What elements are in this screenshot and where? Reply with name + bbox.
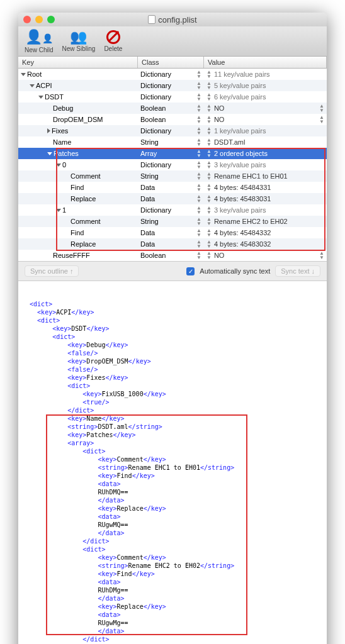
class-stepper-icon[interactable]: ▲▼ <box>196 92 201 101</box>
class-stepper-icon[interactable]: ▲▼ <box>196 81 201 90</box>
row-key: DropOEM_DSM <box>53 116 103 123</box>
class-stepper-icon[interactable]: ▲▼ <box>196 228 201 237</box>
row-key: Find <box>71 184 84 191</box>
row-value: DSDT.aml <box>214 138 246 146</box>
table-row[interactable]: DSDTDictionary▲▼▲▼6 key/value pairs <box>18 91 327 103</box>
value-stepper-icon[interactable]: ▲▼ <box>206 149 212 158</box>
class-stepper-icon[interactable]: ▲▼ <box>196 240 201 248</box>
value-stepper-icon[interactable]: ▲▼ <box>206 160 212 169</box>
class-stepper-icon[interactable]: ▲▼ <box>196 251 201 260</box>
row-class: Boolean <box>140 252 166 259</box>
table-row[interactable]: ACPIDictionary▲▼▲▼5 key/value pairs <box>18 80 327 91</box>
row-value: 4 bytes: 45483031 <box>214 195 271 203</box>
row-value: 4 bytes: 45484331 <box>214 184 271 191</box>
disclosure-triangle-icon[interactable] <box>56 209 61 212</box>
row-class: Dictionary <box>140 127 171 135</box>
value-stepper-icon[interactable]: ▲▼ <box>206 104 212 113</box>
class-stepper-icon[interactable]: ▲▼ <box>196 70 201 79</box>
class-stepper-icon[interactable]: ▲▼ <box>196 149 201 158</box>
value-stepper-icon[interactable]: ▲▼ <box>206 206 212 214</box>
class-stepper-icon[interactable]: ▲▼ <box>196 160 201 169</box>
disclosure-triangle-icon[interactable] <box>47 152 52 155</box>
row-key: Debug <box>53 104 73 112</box>
table-row[interactable]: ReplaceData▲▼▲▼4 bytes: 45483032 <box>18 238 327 250</box>
toolbar: 👤👤 New Child 👥 New Sibling Delete <box>18 26 327 57</box>
table-row[interactable]: ReuseFFFFBoolean▲▼▲▼NO▲▼ <box>18 250 327 261</box>
sync-outline-button[interactable]: Sync outline ↑ <box>25 265 79 277</box>
row-class: Dictionary <box>140 93 171 101</box>
table-row[interactable]: FindData▲▼▲▼4 bytes: 45484331 <box>18 182 327 193</box>
value-end-stepper-icon[interactable]: ▲▼ <box>319 115 324 124</box>
value-stepper-icon[interactable]: ▲▼ <box>206 138 212 147</box>
value-stepper-icon[interactable]: ▲▼ <box>206 217 212 226</box>
table-row[interactable]: ReplaceData▲▼▲▼4 bytes: 45483031 <box>18 193 327 204</box>
sync-bar: Sync outline ↑ ✓ Automatically sync text… <box>18 261 327 281</box>
delete-button[interactable]: Delete <box>104 30 122 53</box>
table-row[interactable]: 0Dictionary▲▼▲▼3 key/value pairs <box>18 159 327 170</box>
table-row[interactable]: NameString▲▼▲▼DSDT.aml <box>18 136 327 148</box>
row-value: 11 key/value pairs <box>214 70 270 78</box>
outline-tree[interactable]: RootDictionary▲▼▲▼11 key/value pairsACPI… <box>18 69 327 261</box>
new-sibling-button[interactable]: 👥 New Sibling <box>62 30 96 53</box>
header-class[interactable]: Class <box>138 57 204 68</box>
table-row[interactable]: FindData▲▼▲▼4 bytes: 45484332 <box>18 227 327 238</box>
column-headers: Key Class Value <box>18 57 327 69</box>
disclosure-triangle-icon[interactable] <box>21 73 26 76</box>
table-row[interactable]: FixesDictionary▲▼▲▼1 key/value pairs <box>18 125 327 136</box>
row-key: Comment <box>71 172 101 180</box>
row-value: NO <box>214 116 225 123</box>
auto-sync-checkbox[interactable]: ✓ <box>186 267 195 275</box>
class-stepper-icon[interactable]: ▲▼ <box>196 104 201 113</box>
window: config.plist 👤👤 New Child 👥 New Sibling … <box>18 13 327 644</box>
class-stepper-icon[interactable]: ▲▼ <box>196 206 201 214</box>
table-row[interactable]: 1Dictionary▲▼▲▼3 key/value pairs <box>18 204 327 216</box>
disclosure-triangle-icon[interactable] <box>38 96 43 99</box>
class-stepper-icon[interactable]: ▲▼ <box>196 217 201 226</box>
row-class: Dictionary <box>140 206 171 214</box>
disclosure-triangle-icon[interactable] <box>30 84 35 87</box>
class-stepper-icon[interactable]: ▲▼ <box>196 126 201 135</box>
class-stepper-icon[interactable]: ▲▼ <box>196 172 201 180</box>
value-stepper-icon[interactable]: ▲▼ <box>206 126 212 135</box>
class-stepper-icon[interactable]: ▲▼ <box>196 194 201 203</box>
header-key[interactable]: Key <box>18 57 138 68</box>
row-value: 2 ordered objects <box>214 150 268 157</box>
table-row[interactable]: DropOEM_DSMBoolean▲▼▲▼NO▲▼ <box>18 114 327 125</box>
value-stepper-icon[interactable]: ▲▼ <box>206 115 212 124</box>
value-stepper-icon[interactable]: ▲▼ <box>206 70 212 79</box>
xml-source-view[interactable]: <dict> <key>ACPI</key> <dict> <key>DSDT<… <box>18 281 327 644</box>
value-stepper-icon[interactable]: ▲▼ <box>206 172 212 180</box>
disclosure-triangle-icon[interactable] <box>56 164 61 167</box>
value-stepper-icon[interactable]: ▲▼ <box>206 81 212 90</box>
delete-label: Delete <box>104 45 122 52</box>
row-class: Data <box>140 229 155 236</box>
auto-sync-label: Automatically sync text <box>200 267 270 275</box>
row-class: Boolean <box>140 116 166 123</box>
value-stepper-icon[interactable]: ▲▼ <box>206 240 212 248</box>
row-value: 4 bytes: 45484332 <box>214 229 271 236</box>
value-stepper-icon[interactable]: ▲▼ <box>206 251 212 260</box>
table-row[interactable]: DebugBoolean▲▼▲▼NO▲▼ <box>18 103 327 114</box>
class-stepper-icon[interactable]: ▲▼ <box>196 183 201 192</box>
class-stepper-icon[interactable]: ▲▼ <box>196 138 201 147</box>
sync-text-button[interactable]: Sync text ↓ <box>275 265 320 277</box>
value-stepper-icon[interactable]: ▲▼ <box>206 92 212 101</box>
table-row[interactable]: CommentString▲▼▲▼Rename EHC2 to EH02 <box>18 216 327 227</box>
table-row[interactable]: PatchesArray▲▼▲▼2 ordered objects <box>18 148 327 159</box>
row-key: Patches <box>54 150 79 157</box>
titlebar: config.plist <box>18 13 327 26</box>
value-stepper-icon[interactable]: ▲▼ <box>206 194 212 203</box>
header-value[interactable]: Value <box>204 57 327 68</box>
table-row[interactable]: CommentString▲▼▲▼Rename EHC1 to EH01 <box>18 170 327 182</box>
row-value: NO <box>214 252 225 259</box>
new-child-button[interactable]: 👤👤 New Child <box>25 30 54 53</box>
table-row[interactable]: RootDictionary▲▼▲▼11 key/value pairs <box>18 69 327 80</box>
class-stepper-icon[interactable]: ▲▼ <box>196 115 201 124</box>
row-value: NO <box>214 104 225 112</box>
value-end-stepper-icon[interactable]: ▲▼ <box>319 251 324 260</box>
disclosure-triangle-icon[interactable] <box>47 128 50 133</box>
value-end-stepper-icon[interactable]: ▲▼ <box>319 104 324 113</box>
value-stepper-icon[interactable]: ▲▼ <box>206 228 212 237</box>
window-title-text: config.plist <box>158 15 196 25</box>
value-stepper-icon[interactable]: ▲▼ <box>206 183 212 192</box>
